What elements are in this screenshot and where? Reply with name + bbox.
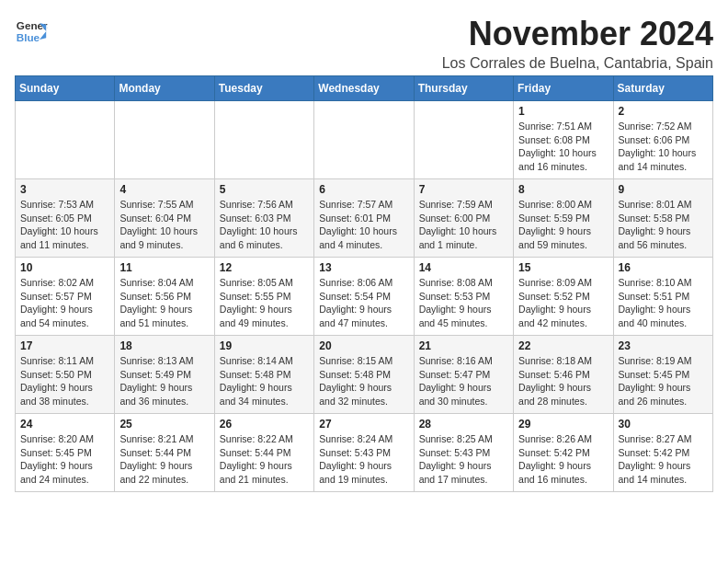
day-info: Sunrise: 8:01 AMSunset: 5:58 PMDaylight:… [619, 198, 708, 252]
day-info: Sunrise: 8:09 AMSunset: 5:52 PMDaylight:… [518, 276, 608, 330]
day-number: 26 [220, 418, 309, 431]
col-sunday: Sunday [16, 76, 115, 101]
day-number: 11 [119, 261, 209, 274]
location-title: Los Corrales de Buelna, Cantabria, Spain [442, 55, 713, 72]
calendar-cell [314, 101, 414, 179]
calendar-cell: 20Sunrise: 8:15 AMSunset: 5:48 PMDayligh… [314, 336, 414, 414]
calendar-cell: 7Sunrise: 7:59 AMSunset: 6:00 PMDaylight… [414, 179, 513, 258]
day-number: 17 [20, 339, 109, 352]
day-number: 4 [119, 183, 209, 196]
calendar-cell: 25Sunrise: 8:21 AMSunset: 5:44 PMDayligh… [115, 414, 214, 492]
day-number: 15 [518, 261, 608, 274]
day-number: 1 [518, 105, 608, 118]
day-info: Sunrise: 7:51 AMSunset: 6:08 PMDaylight:… [518, 120, 608, 174]
col-friday: Friday [514, 76, 613, 101]
day-number: 24 [20, 418, 109, 431]
day-info: Sunrise: 7:53 AMSunset: 6:05 PMDaylight:… [20, 198, 109, 252]
calendar-cell: 16Sunrise: 8:10 AMSunset: 5:51 PMDayligh… [613, 258, 712, 336]
day-number: 29 [518, 418, 608, 431]
col-wednesday: Wednesday [314, 76, 414, 101]
calendar-cell: 9Sunrise: 8:01 AMSunset: 5:58 PMDaylight… [613, 179, 712, 258]
calendar-cell: 29Sunrise: 8:26 AMSunset: 5:42 PMDayligh… [514, 414, 613, 492]
logo-icon: General Blue [15, 15, 48, 48]
calendar-cell: 12Sunrise: 8:05 AMSunset: 5:55 PMDayligh… [214, 258, 313, 336]
day-number: 7 [419, 183, 508, 196]
calendar-cell: 2Sunrise: 7:52 AMSunset: 6:06 PMDaylight… [613, 101, 712, 179]
day-number: 27 [319, 418, 408, 431]
calendar-cell [16, 101, 115, 179]
calendar-cell: 30Sunrise: 8:27 AMSunset: 5:42 PMDayligh… [613, 414, 712, 492]
calendar-week-1: 1Sunrise: 7:51 AMSunset: 6:08 PMDaylight… [16, 101, 713, 179]
calendar-cell: 24Sunrise: 8:20 AMSunset: 5:45 PMDayligh… [16, 414, 115, 492]
day-number: 12 [220, 261, 309, 274]
day-info: Sunrise: 8:27 AMSunset: 5:42 PMDaylight:… [619, 432, 708, 487]
day-number: 5 [220, 183, 309, 196]
day-info: Sunrise: 8:18 AMSunset: 5:46 PMDaylight:… [518, 354, 608, 408]
day-info: Sunrise: 8:20 AMSunset: 5:45 PMDaylight:… [20, 432, 109, 487]
calendar-cell [214, 101, 313, 179]
day-number: 25 [119, 418, 209, 431]
day-info: Sunrise: 7:52 AMSunset: 6:06 PMDaylight:… [619, 120, 708, 174]
col-thursday: Thursday [414, 76, 513, 101]
day-info: Sunrise: 8:15 AMSunset: 5:48 PMDaylight:… [319, 354, 408, 408]
calendar-cell: 4Sunrise: 7:55 AMSunset: 6:04 PMDaylight… [115, 179, 214, 258]
calendar-cell: 8Sunrise: 8:00 AMSunset: 5:59 PMDaylight… [514, 179, 613, 258]
calendar-cell: 5Sunrise: 7:56 AMSunset: 6:03 PMDaylight… [214, 179, 313, 258]
day-number: 2 [619, 105, 708, 118]
day-info: Sunrise: 8:13 AMSunset: 5:49 PMDaylight:… [119, 354, 209, 408]
day-info: Sunrise: 7:55 AMSunset: 6:04 PMDaylight:… [119, 198, 209, 252]
day-number: 28 [419, 418, 508, 431]
calendar-body: 1Sunrise: 7:51 AMSunset: 6:08 PMDaylight… [16, 101, 713, 492]
col-monday: Monday [115, 76, 214, 101]
title-block: November 2024 Los Corrales de Buelna, Ca… [442, 15, 713, 72]
calendar-cell: 28Sunrise: 8:25 AMSunset: 5:43 PMDayligh… [414, 414, 513, 492]
calendar-cell: 15Sunrise: 8:09 AMSunset: 5:52 PMDayligh… [514, 258, 613, 336]
calendar-header: Sunday Monday Tuesday Wednesday Thursday… [16, 76, 713, 101]
day-info: Sunrise: 8:10 AMSunset: 5:51 PMDaylight:… [619, 276, 708, 330]
day-number: 19 [220, 339, 309, 352]
day-info: Sunrise: 8:00 AMSunset: 5:59 PMDaylight:… [518, 198, 608, 252]
day-info: Sunrise: 8:16 AMSunset: 5:47 PMDaylight:… [419, 354, 508, 408]
calendar-cell: 21Sunrise: 8:16 AMSunset: 5:47 PMDayligh… [414, 336, 513, 414]
calendar-cell: 22Sunrise: 8:18 AMSunset: 5:46 PMDayligh… [514, 336, 613, 414]
col-saturday: Saturday [613, 76, 712, 101]
day-info: Sunrise: 7:56 AMSunset: 6:03 PMDaylight:… [220, 198, 309, 252]
day-info: Sunrise: 8:21 AMSunset: 5:44 PMDaylight:… [119, 432, 209, 487]
day-number: 20 [319, 339, 408, 352]
day-number: 18 [119, 339, 209, 352]
day-number: 23 [619, 339, 708, 352]
calendar-cell: 13Sunrise: 8:06 AMSunset: 5:54 PMDayligh… [314, 258, 414, 336]
day-info: Sunrise: 8:11 AMSunset: 5:50 PMDaylight:… [20, 354, 109, 408]
day-info: Sunrise: 7:59 AMSunset: 6:00 PMDaylight:… [419, 198, 508, 252]
day-number: 9 [619, 183, 708, 196]
calendar: Sunday Monday Tuesday Wednesday Thursday… [15, 75, 713, 492]
svg-text:Blue: Blue [17, 31, 40, 43]
page-header: General Blue November 2024 Los Corrales … [15, 15, 713, 72]
calendar-week-2: 3Sunrise: 7:53 AMSunset: 6:05 PMDaylight… [16, 179, 713, 258]
calendar-cell [115, 101, 214, 179]
day-info: Sunrise: 8:04 AMSunset: 5:56 PMDaylight:… [119, 276, 209, 330]
day-info: Sunrise: 8:02 AMSunset: 5:57 PMDaylight:… [20, 276, 109, 330]
calendar-cell: 23Sunrise: 8:19 AMSunset: 5:45 PMDayligh… [613, 336, 712, 414]
day-info: Sunrise: 8:24 AMSunset: 5:43 PMDaylight:… [319, 432, 408, 487]
calendar-week-3: 10Sunrise: 8:02 AMSunset: 5:57 PMDayligh… [16, 258, 713, 336]
day-info: Sunrise: 8:06 AMSunset: 5:54 PMDaylight:… [319, 276, 408, 330]
calendar-cell: 27Sunrise: 8:24 AMSunset: 5:43 PMDayligh… [314, 414, 414, 492]
day-number: 8 [518, 183, 608, 196]
day-number: 21 [419, 339, 508, 352]
day-info: Sunrise: 8:08 AMSunset: 5:53 PMDaylight:… [419, 276, 508, 330]
calendar-cell: 6Sunrise: 7:57 AMSunset: 6:01 PMDaylight… [314, 179, 414, 258]
day-info: Sunrise: 8:19 AMSunset: 5:45 PMDaylight:… [619, 354, 708, 408]
calendar-cell: 10Sunrise: 8:02 AMSunset: 5:57 PMDayligh… [16, 258, 115, 336]
day-info: Sunrise: 8:26 AMSunset: 5:42 PMDaylight:… [518, 432, 608, 487]
day-info: Sunrise: 8:22 AMSunset: 5:44 PMDaylight:… [220, 432, 309, 487]
calendar-cell: 19Sunrise: 8:14 AMSunset: 5:48 PMDayligh… [214, 336, 313, 414]
month-title: November 2024 [442, 15, 713, 53]
calendar-week-5: 24Sunrise: 8:20 AMSunset: 5:45 PMDayligh… [16, 414, 713, 492]
calendar-week-4: 17Sunrise: 8:11 AMSunset: 5:50 PMDayligh… [16, 336, 713, 414]
logo: General Blue [15, 15, 48, 48]
calendar-cell: 3Sunrise: 7:53 AMSunset: 6:05 PMDaylight… [16, 179, 115, 258]
day-info: Sunrise: 8:14 AMSunset: 5:48 PMDaylight:… [220, 354, 309, 408]
day-number: 3 [20, 183, 109, 196]
day-number: 13 [319, 261, 408, 274]
